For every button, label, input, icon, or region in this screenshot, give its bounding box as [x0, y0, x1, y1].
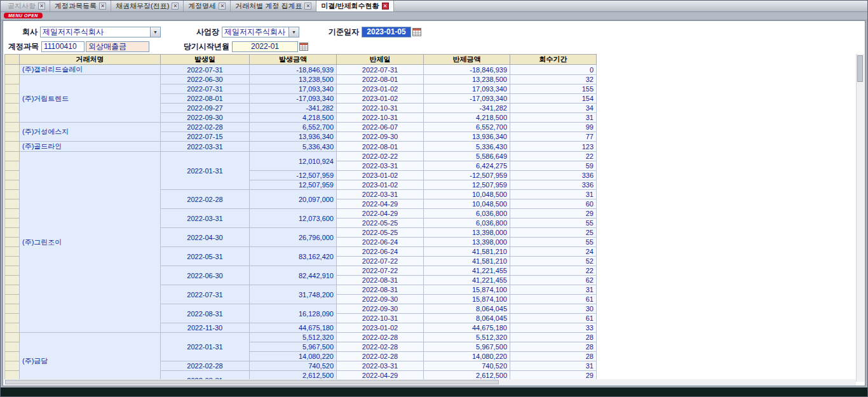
- settle-amount-cell[interactable]: 5,586,649: [424, 152, 510, 161]
- collect-days-cell[interactable]: 31: [510, 361, 597, 371]
- settle-date-cell[interactable]: 2022-03-31: [337, 161, 424, 171]
- settle-date-cell[interactable]: 2022-06-24: [337, 238, 424, 247]
- occur-amount-cell[interactable]: 20,097,000: [250, 190, 337, 209]
- row-selector[interactable]: [5, 276, 20, 285]
- occur-amount-cell[interactable]: 16,128,090: [250, 304, 337, 323]
- collect-days-cell[interactable]: 34: [510, 104, 597, 113]
- tab-close-icon[interactable]: ✕: [219, 3, 226, 10]
- occur-date-cell[interactable]: 2022-06-30: [161, 266, 250, 285]
- occur-amount-cell[interactable]: 5,336,430: [250, 142, 337, 152]
- occur-date-cell[interactable]: 2022-03-31: [161, 209, 250, 228]
- settle-date-cell[interactable]: 2022-03-31: [337, 361, 424, 371]
- settle-date-cell[interactable]: 2022-02-28: [337, 333, 424, 342]
- settle-amount-cell[interactable]: 13,936,340: [424, 132, 510, 142]
- workplace-select[interactable]: 제일저지주식회사 ▼: [222, 27, 299, 37]
- collect-days-cell[interactable]: 31: [510, 113, 597, 123]
- collect-days-cell[interactable]: 59: [510, 161, 597, 171]
- settle-amount-cell[interactable]: -12,507,959: [424, 171, 510, 180]
- occur-amount-cell[interactable]: -17,093,340: [250, 94, 337, 104]
- settle-amount-cell[interactable]: 10,048,500: [424, 190, 510, 199]
- customer-cell[interactable]: (주)거성에스지: [20, 123, 161, 142]
- settle-amount-cell[interactable]: 13,238,500: [424, 75, 510, 84]
- row-selector[interactable]: [5, 113, 20, 123]
- vertical-scrollbar[interactable]: [856, 54, 864, 382]
- settle-amount-cell[interactable]: 5,336,430: [424, 142, 510, 152]
- row-selector[interactable]: [5, 361, 20, 371]
- row-selector[interactable]: [5, 75, 20, 84]
- occur-date-cell[interactable]: 2022-01-31: [161, 333, 250, 361]
- settle-date-cell[interactable]: 2022-06-24: [337, 247, 424, 257]
- occur-date-cell[interactable]: 2022-07-31: [161, 65, 250, 75]
- occur-amount-cell[interactable]: 13,936,340: [250, 132, 337, 142]
- tab-6[interactable]: 미결/반제회수현황✕: [316, 1, 393, 11]
- settle-date-cell[interactable]: 2022-03-31: [337, 190, 424, 199]
- occur-amount-cell[interactable]: -18,846,939: [250, 65, 337, 75]
- occur-date-cell[interactable]: 2022-04-30: [161, 228, 250, 247]
- row-selector[interactable]: [5, 219, 20, 228]
- settle-amount-cell[interactable]: 17,093,340: [424, 84, 510, 94]
- period-start-input[interactable]: [232, 41, 298, 52]
- settle-date-cell[interactable]: 2022-07-31: [337, 65, 424, 75]
- horizontal-scrollbar[interactable]: [4, 379, 856, 386]
- settle-amount-cell[interactable]: 6,036,800: [424, 209, 510, 219]
- settle-date-cell[interactable]: 2022-04-29: [337, 199, 424, 209]
- occur-amount-cell[interactable]: 12,073,600: [250, 209, 337, 228]
- settle-date-cell[interactable]: 2022-10-31: [337, 314, 424, 323]
- table-row[interactable]: (주)금담2022-01-315,512,3202022-02-285,512,…: [5, 333, 597, 342]
- settle-amount-cell[interactable]: 41,581,210: [424, 257, 510, 266]
- occur-amount-cell[interactable]: -12,507,959: [250, 171, 337, 180]
- occur-date-cell[interactable]: 2022-05-31: [161, 247, 250, 266]
- settle-date-cell[interactable]: 2022-05-25: [337, 219, 424, 228]
- tab-close-icon[interactable]: ✕: [382, 3, 389, 10]
- row-selector[interactable]: [5, 295, 20, 304]
- row-selector[interactable]: [5, 304, 20, 314]
- settle-date-cell[interactable]: 2022-02-22: [337, 152, 424, 161]
- collect-days-cell[interactable]: 62: [510, 276, 597, 285]
- collect-days-cell[interactable]: 25: [510, 228, 597, 238]
- collect-days-cell[interactable]: 336: [510, 180, 597, 190]
- row-selector[interactable]: [5, 257, 20, 266]
- collect-days-cell[interactable]: 28: [510, 352, 597, 361]
- occur-date-cell[interactable]: 2022-11-30: [161, 323, 250, 333]
- occur-date-cell[interactable]: 2022-07-31: [161, 285, 250, 304]
- settle-amount-cell[interactable]: 6,036,800: [424, 219, 510, 228]
- occur-amount-cell[interactable]: 4,218,500: [250, 113, 337, 123]
- collect-days-cell[interactable]: 24: [510, 247, 597, 257]
- menu-open-button[interactable]: MENU OPEN: [4, 13, 43, 18]
- row-selector[interactable]: [5, 266, 20, 276]
- settle-date-cell[interactable]: 2022-02-28: [337, 342, 424, 352]
- table-row[interactable]: (주)거림트렌드2022-06-3013,238,5002022-08-0113…: [5, 75, 597, 84]
- settle-amount-cell[interactable]: 8,064,045: [424, 304, 510, 314]
- settle-amount-cell[interactable]: 41,221,455: [424, 266, 510, 276]
- customer-cell[interactable]: (주)금담: [20, 333, 161, 382]
- settle-amount-cell[interactable]: 13,398,000: [424, 238, 510, 247]
- occur-date-cell[interactable]: 2022-02-28: [161, 190, 250, 209]
- company-select[interactable]: 제일저지주식회사 ▼: [40, 27, 161, 37]
- row-selector[interactable]: [5, 65, 20, 75]
- occur-amount-cell[interactable]: 26,796,000: [250, 228, 337, 247]
- row-selector[interactable]: [5, 180, 20, 190]
- settle-date-cell[interactable]: 2023-01-02: [337, 180, 424, 190]
- occur-amount-cell[interactable]: 83,162,420: [250, 247, 337, 266]
- occur-amount-cell[interactable]: 740,520: [250, 361, 337, 371]
- settle-date-cell[interactable]: 2023-01-02: [337, 323, 424, 333]
- collect-days-cell[interactable]: 33: [510, 323, 597, 333]
- occur-date-cell[interactable]: 2022-02-28: [161, 123, 250, 132]
- row-selector[interactable]: [5, 228, 20, 238]
- tab-close-icon[interactable]: ✕: [38, 3, 45, 10]
- collect-days-cell[interactable]: 99: [510, 123, 597, 132]
- tab-3[interactable]: 채권채무장(전표)✕: [111, 1, 184, 11]
- settle-date-cell[interactable]: 2022-08-01: [337, 142, 424, 152]
- collect-days-cell[interactable]: 32: [510, 75, 597, 84]
- collect-days-cell[interactable]: 22: [510, 152, 597, 161]
- tab-1[interactable]: 공지사항✕: [3, 1, 50, 11]
- account-code-input[interactable]: [41, 41, 85, 52]
- settle-date-cell[interactable]: 2023-01-02: [337, 94, 424, 104]
- occur-amount-cell[interactable]: 5,512,320: [250, 333, 337, 342]
- scrollbar-thumb[interactable]: [5, 380, 499, 384]
- settle-amount-cell[interactable]: 4,218,500: [424, 113, 510, 123]
- settle-amount-cell[interactable]: -17,093,340: [424, 94, 510, 104]
- settle-amount-cell[interactable]: 13,398,000: [424, 228, 510, 238]
- account-name-field[interactable]: [86, 41, 149, 52]
- occur-date-cell[interactable]: 2022-03-31: [161, 142, 250, 152]
